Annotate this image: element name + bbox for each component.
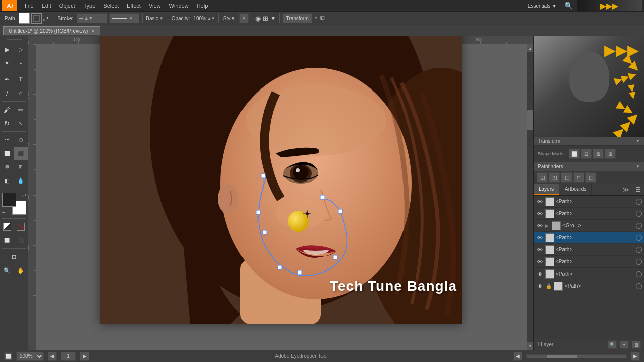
swap-colors-button[interactable]: ⇄ <box>22 193 26 198</box>
illustration-canvas[interactable]: Tech Tune Bangla <box>100 36 462 324</box>
scale-tool[interactable]: ⤡ <box>14 117 28 130</box>
magic-wand-tool[interactable]: ✦ <box>0 56 14 69</box>
pathfinders-header[interactable]: Pathfinders ▼ <box>534 162 644 171</box>
artboard-tool[interactable]: ⊡ <box>7 250 21 263</box>
transform-panel-header[interactable]: Transform ▼ <box>534 137 644 146</box>
type-tool[interactable]: T <box>14 73 28 86</box>
layers-tab[interactable]: Layers <box>534 184 559 195</box>
visibility-icon[interactable]: 👁 <box>536 247 544 253</box>
appearance-icon[interactable]: ◉ <box>255 15 261 22</box>
paintbrush-tool[interactable]: 🖌 <box>0 103 14 116</box>
foreground-color-swatch[interactable] <box>2 193 16 207</box>
pf-minus-back-btn[interactable]: ◳ <box>585 172 596 183</box>
style-control[interactable]: ▼ <box>239 13 249 23</box>
next-page-btn[interactable]: ▶ <box>80 352 89 361</box>
transform-button[interactable]: Transform <box>283 13 312 23</box>
none-button[interactable] <box>14 220 28 233</box>
document-tab[interactable]: Untitled-1* @ 200% (RGB/Preview) ✕ <box>3 26 100 35</box>
layer-item[interactable]: 👁 <Path> <box>534 244 644 256</box>
artboards-tab[interactable]: Artboards <box>559 184 592 195</box>
layers-expand-icon[interactable]: ≫ <box>620 184 632 195</box>
menu-select[interactable]: Select <box>100 2 122 10</box>
visibility-icon[interactable]: 👁 <box>536 283 544 289</box>
pf-outline-btn[interactable]: □ <box>573 172 584 183</box>
shape-builder-tool[interactable]: ⬜ <box>0 147 14 160</box>
menu-object[interactable]: Object <box>56 2 79 10</box>
brush-type-control[interactable]: Basic ▼ <box>146 16 163 21</box>
menu-type[interactable]: Type <box>80 2 99 10</box>
envelope-icon[interactable]: ⧉ <box>320 14 325 22</box>
live-paint-tool[interactable]: ⬛ <box>14 147 28 160</box>
fill-color-box[interactable] <box>19 13 30 24</box>
free-transform-tool[interactable]: ⬡ <box>14 133 28 146</box>
ellipse-tool[interactable]: ○ <box>14 86 28 100</box>
scroll-left-btn[interactable]: ◀ <box>513 352 522 361</box>
normal-mode-button[interactable]: ⬜ <box>0 234 14 247</box>
pf-crop-btn[interactable]: ◲ <box>561 172 572 183</box>
visibility-icon[interactable]: 👁 <box>536 259 544 265</box>
opacity-control[interactable]: 100% ▲▼ <box>193 16 215 21</box>
menu-view[interactable]: View <box>145 2 165 10</box>
zoom-control[interactable]: 200% <box>16 352 44 361</box>
prev-page-btn[interactable]: ◀ <box>48 352 57 361</box>
layer-item-selected[interactable]: 👁 <Path> <box>534 232 644 244</box>
pencil-tool[interactable]: ✏ <box>14 103 28 116</box>
pen-tool[interactable]: ✒ <box>0 73 14 86</box>
menu-edit[interactable]: Edit <box>38 2 55 10</box>
visibility-icon[interactable]: 👁 <box>536 223 544 229</box>
visibility-icon[interactable]: 👁 <box>536 211 544 217</box>
draw-mode-button[interactable]: ⬛ <box>14 234 28 247</box>
tab-close-button[interactable]: ✕ <box>91 28 95 34</box>
visibility-icon[interactable]: 👁 <box>536 235 544 241</box>
status-icon-1[interactable]: ⬜ <box>4 352 12 360</box>
menu-help[interactable]: Help <box>193 2 212 10</box>
lasso-tool[interactable]: ⌁ <box>14 56 28 69</box>
zoom-select[interactable]: 200% <box>16 352 44 361</box>
visibility-icon[interactable]: 👁 <box>536 271 544 277</box>
reset-colors-button[interactable]: ↩ <box>2 210 6 215</box>
layer-item-locked[interactable]: 👁 🔒 <Path> <box>534 280 644 292</box>
layer-item[interactable]: 👁 <Path> <box>534 208 644 220</box>
search-layer-btn[interactable]: 🔍 <box>608 341 617 349</box>
visibility-icon[interactable]: 👁 <box>536 199 544 205</box>
expand-icon[interactable]: ▶ <box>545 223 550 228</box>
horizontal-scrollbar[interactable] <box>526 354 627 358</box>
mesh-tool[interactable]: ⊞ <box>14 160 28 173</box>
layer-item[interactable]: 👁 ▶ <Gro...> <box>534 220 644 232</box>
align-icon[interactable]: ⊞ <box>263 15 268 22</box>
scroll-right-btn[interactable]: ▶ <box>631 352 640 361</box>
stroke-weight-control[interactable]: ─ ▲▼ <box>77 13 107 23</box>
menu-file[interactable]: File <box>21 2 37 10</box>
fill-button[interactable] <box>0 220 14 233</box>
menu-effect[interactable]: Effect <box>123 2 144 10</box>
align-dropdown-icon[interactable]: ▼ <box>270 15 276 22</box>
unite-btn[interactable]: ⬜ <box>569 149 580 159</box>
delete-layer-btn[interactable]: 🗑 <box>632 341 641 349</box>
intersect-btn[interactable]: ⊠ <box>593 149 604 159</box>
canvas-area[interactable]: 100 200 300 400 500 600 700 800 900 <box>28 36 533 350</box>
rotate-tool[interactable]: ↻ <box>0 117 14 130</box>
exclude-btn[interactable]: ⊞ <box>605 149 616 159</box>
transform-more-icon[interactable]: ≈ <box>315 15 319 22</box>
vertical-scrollbar[interactable]: ▲ ▼ <box>527 44 533 350</box>
pf-trim-btn[interactable]: ◱ <box>537 172 548 183</box>
layer-item[interactable]: 👁 <Path> <box>534 268 644 280</box>
warp-tool[interactable]: 〜 <box>0 133 14 146</box>
pf-merge-btn[interactable]: ◰ <box>549 172 560 183</box>
gradient-tool[interactable]: ◧ <box>0 174 14 187</box>
stroke-color-box[interactable] <box>31 13 42 24</box>
zoom-tool[interactable]: 🔍 <box>0 264 14 277</box>
layers-menu-icon[interactable]: ☰ <box>632 184 644 195</box>
hand-tool[interactable]: ✋ <box>14 264 28 277</box>
line-tool[interactable]: / <box>0 86 14 100</box>
minus-front-btn[interactable]: ⊟ <box>581 149 592 159</box>
eyedropper-tool[interactable]: 💧 <box>14 174 28 187</box>
menu-window[interactable]: Window <box>166 2 192 10</box>
search-icon[interactable]: 🔍 <box>561 2 576 10</box>
swap-colors-icon[interactable]: ⇄ <box>43 15 50 22</box>
layer-item[interactable]: 👁 <Path> <box>534 196 644 208</box>
layer-item[interactable]: 👁 <Path> <box>534 256 644 268</box>
essentials-dropdown[interactable]: Essentials ▼ <box>525 3 560 9</box>
add-layer-btn[interactable]: + <box>620 341 629 349</box>
selection-tool[interactable]: ▶ <box>0 43 14 56</box>
